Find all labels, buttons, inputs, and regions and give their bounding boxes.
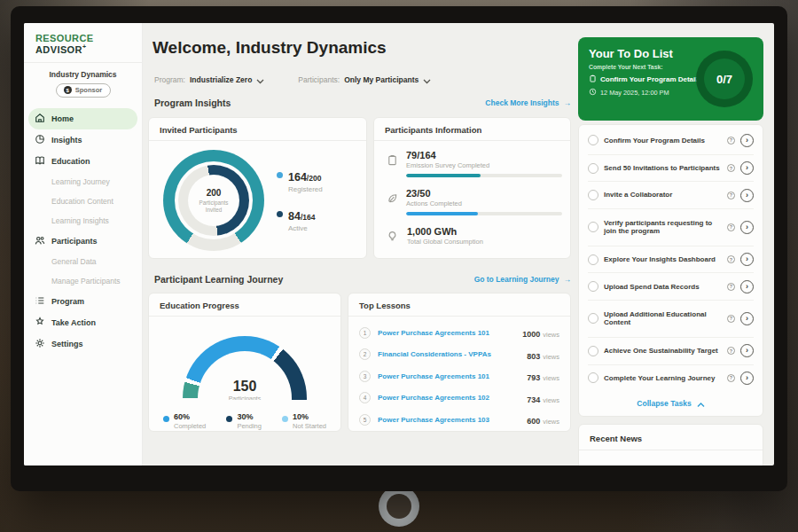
task-checkbox[interactable] bbox=[588, 190, 598, 200]
task-row[interactable]: Verify participants requesting to join t… bbox=[588, 208, 754, 246]
organization-name: Industry Dynamics bbox=[24, 70, 142, 79]
lesson-link[interactable]: Power Purchase Agreements 101 bbox=[378, 372, 520, 380]
task-checkbox[interactable] bbox=[588, 281, 598, 292]
sidebar-item-general-data[interactable]: General Data bbox=[24, 252, 142, 271]
invited-participants-card: Invited Participants 200 Participants In… bbox=[148, 117, 367, 259]
info-icon[interactable]: ? bbox=[727, 192, 735, 200]
go-to-learning-journey-link[interactable]: Go to Learning Journey→ bbox=[474, 275, 571, 284]
program-filter[interactable]: Program: Industrialize Zero bbox=[154, 72, 264, 88]
task-row[interactable]: Invite a Collaborator ? › bbox=[588, 181, 754, 208]
sidebar-item-label: Learning Insights bbox=[51, 216, 109, 225]
top-lessons-card: Top Lessons 1 Power Purchase Agreements … bbox=[348, 293, 571, 432]
monitor-stand bbox=[379, 486, 419, 527]
program-filter-label: Program: bbox=[154, 75, 185, 84]
task-checkbox[interactable] bbox=[588, 313, 598, 324]
legend-value: 84 bbox=[288, 210, 301, 223]
task-checkbox[interactable] bbox=[588, 163, 598, 174]
legend-item-pending: 30%Pending bbox=[226, 412, 262, 430]
legend-label: Pending bbox=[237, 422, 262, 430]
legend-pct: 60% bbox=[174, 412, 206, 421]
chevron-right-icon[interactable]: › bbox=[740, 372, 754, 385]
donut-center-label: Participants Invited bbox=[193, 200, 234, 214]
task-checkbox[interactable] bbox=[588, 254, 598, 265]
action-icon bbox=[35, 317, 45, 329]
card-title: Top Lessons bbox=[348, 293, 570, 317]
donut-center: 200 Participants Invited bbox=[188, 175, 239, 226]
sidebar-item-label: Insights bbox=[51, 136, 82, 145]
sidebar-item-manage-participants[interactable]: Manage Participants bbox=[24, 271, 142, 291]
card-title: Invited Participants bbox=[149, 118, 366, 141]
info-icon[interactable]: ? bbox=[727, 164, 735, 172]
views-suffix: views bbox=[543, 331, 559, 339]
sponsor-label: Sponsor bbox=[75, 86, 102, 94]
brand-logo[interactable]: RESOURCE ADVISOR+ bbox=[24, 23, 142, 62]
chevron-right-icon[interactable]: › bbox=[740, 312, 754, 325]
task-row[interactable]: Complete Your Learning Journey ? › bbox=[588, 364, 754, 392]
list-icon bbox=[35, 295, 45, 308]
info-icon[interactable]: ? bbox=[727, 255, 735, 263]
task-row[interactable]: Confirm Your Program Details ? › bbox=[588, 127, 754, 154]
rank-badge: 2 bbox=[359, 348, 371, 360]
chevron-right-icon[interactable]: › bbox=[740, 280, 754, 293]
lesson-link[interactable]: Financial Considerations - VPPAs bbox=[378, 350, 520, 358]
lesson-row: 2 Financial Considerations - VPPAs 803vi… bbox=[359, 344, 559, 366]
top-lessons-list: 1 Power Purchase Agreements 101 1000view… bbox=[348, 317, 570, 431]
todo-due-label: 12 May 2025, 12:00 PM bbox=[600, 89, 669, 97]
lesson-link[interactable]: Power Purchase Agreements 102 bbox=[378, 394, 520, 402]
check-more-insights-link[interactable]: Check More Insights→ bbox=[485, 98, 571, 107]
survey-clipboard-icon bbox=[387, 150, 398, 177]
card-title: Education Progress bbox=[149, 293, 340, 317]
info-icon[interactable]: ? bbox=[727, 137, 735, 145]
task-checkbox[interactable] bbox=[588, 135, 598, 145]
rank-badge: 1 bbox=[359, 327, 371, 339]
legend-pct: 30% bbox=[237, 412, 262, 421]
info-icon[interactable]: ? bbox=[727, 347, 735, 355]
gauge-center-value: 150 bbox=[183, 379, 307, 395]
task-row[interactable]: Send 50 Invitations to Participants ? › bbox=[588, 154, 754, 182]
sidebar-item-take-action[interactable]: Take Action bbox=[24, 312, 142, 333]
views-suffix: views bbox=[543, 374, 559, 382]
legend-item-not-started: 10%Not Started bbox=[282, 412, 326, 430]
sidebar-item-education[interactable]: Education bbox=[24, 151, 142, 172]
sidebar-item-learning-insights[interactable]: Learning Insights bbox=[24, 211, 142, 231]
sidebar-item-learning-journey[interactable]: Learning Journey bbox=[24, 172, 142, 192]
task-row[interactable]: Explore Your Insights Dashboard ? › bbox=[588, 246, 754, 273]
task-checkbox[interactable] bbox=[588, 222, 598, 232]
legend-pct: 10% bbox=[293, 412, 326, 421]
chevron-right-icon[interactable]: › bbox=[740, 253, 754, 266]
task-row[interactable]: Upload Additional Educational Content ? … bbox=[588, 300, 754, 337]
sidebar-item-label: Manage Participants bbox=[51, 277, 121, 286]
collapse-tasks-link[interactable]: Collapse Tasks bbox=[588, 391, 754, 416]
info-icon[interactable]: ? bbox=[727, 315, 735, 323]
task-label: Explore Your Insights Dashboard bbox=[604, 255, 722, 264]
chevron-down-icon bbox=[256, 72, 264, 88]
sidebar-item-program[interactable]: Program bbox=[24, 291, 142, 312]
chevron-right-icon[interactable]: › bbox=[740, 189, 754, 202]
sidebar-item-insights[interactable]: Insights bbox=[24, 129, 142, 151]
sidebar-item-participants[interactable]: Participants bbox=[24, 231, 142, 252]
filters-row: Program: Industrialize Zero Participants… bbox=[154, 72, 431, 88]
chevron-right-icon[interactable]: › bbox=[740, 221, 754, 234]
sidebar-item-home[interactable]: Home bbox=[28, 108, 137, 129]
info-icon[interactable]: ? bbox=[727, 223, 735, 231]
task-row[interactable]: Achieve One Sustainability Target ? › bbox=[588, 337, 754, 364]
legend-label: Not Started bbox=[293, 422, 326, 430]
lesson-link[interactable]: Power Purchase Agreements 101 bbox=[378, 329, 515, 337]
lesson-link[interactable]: Power Purchase Agreements 103 bbox=[378, 416, 520, 424]
legend-bullet bbox=[277, 211, 283, 217]
task-checkbox[interactable] bbox=[588, 372, 598, 383]
participants-filter[interactable]: Participants: Only My Participants bbox=[298, 72, 431, 88]
info-icon[interactable]: ? bbox=[727, 283, 735, 291]
chevron-right-icon[interactable]: › bbox=[740, 161, 754, 175]
chevron-right-icon[interactable]: › bbox=[740, 134, 754, 147]
info-icon[interactable]: ? bbox=[727, 374, 735, 382]
sponsor-badge[interactable]: $ Sponsor bbox=[56, 83, 111, 98]
task-row[interactable]: Upload Spend Data Records ? › bbox=[588, 272, 754, 300]
gauge-center: 150 Participants bbox=[183, 379, 307, 400]
task-checkbox[interactable] bbox=[588, 346, 598, 356]
sidebar-item-label: Participants bbox=[51, 237, 98, 246]
sidebar-item-education-content[interactable]: Education Content bbox=[24, 192, 142, 211]
chevron-right-icon[interactable]: › bbox=[740, 344, 754, 357]
sidebar-item-label: Settings bbox=[51, 340, 83, 348]
sidebar-item-settings[interactable]: Settings bbox=[24, 333, 142, 355]
